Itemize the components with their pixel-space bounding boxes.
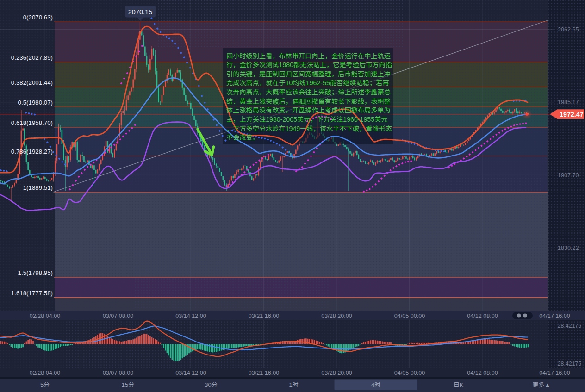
svg-text:04/17 16:00: 04/17 16:00 bbox=[539, 370, 570, 376]
svg-text:1时: 1时 bbox=[289, 381, 298, 388]
svg-text:04/05 00:00: 04/05 00:00 bbox=[394, 370, 425, 376]
svg-text:0.382(2001.44): 0.382(2001.44) bbox=[11, 79, 53, 86]
svg-text:1(1889.51): 1(1889.51) bbox=[23, 184, 53, 191]
svg-text:0.786(1928.27): 0.786(1928.27) bbox=[11, 148, 53, 155]
svg-text:04/12 08:00: 04/12 08:00 bbox=[467, 370, 498, 376]
svg-text:03/28 20:00: 03/28 20:00 bbox=[321, 370, 352, 376]
svg-text:02/28 04:00: 02/28 04:00 bbox=[30, 313, 61, 319]
svg-text:1830.22: 1830.22 bbox=[558, 245, 579, 251]
svg-text:，下方多空分水岭在1949一线，该水平不下破，看涨形态: ，下方多空分水岭在1949一线，该水平不下破，看涨形态 bbox=[226, 125, 392, 132]
svg-text:0.236(2027.89): 0.236(2027.89) bbox=[11, 54, 53, 61]
svg-text:5分: 5分 bbox=[40, 381, 50, 388]
svg-text:1.618(1777.58): 1.618(1777.58) bbox=[11, 290, 53, 297]
svg-text:体上涨格局没有改变，开盘操作上考虑以回撤布局多单为: 体上涨格局没有改变，开盘操作上考虑以回撤布局多单为 bbox=[226, 106, 391, 114]
svg-text:1907.70: 1907.70 bbox=[558, 172, 579, 179]
svg-text:次奔向高点，大概率应该会往上突破；综上所述李鑫豪总: 次奔向高点，大概率应该会往上突破；综上所述李鑫豪总 bbox=[226, 88, 391, 96]
svg-text:行，金价多次测试1980都无法站上，它是考验后市方向指: 行，金价多次测试1980都无法站上，它是考验后市方向指 bbox=[226, 61, 392, 68]
svg-text:15分: 15分 bbox=[122, 381, 134, 388]
svg-text:更多▲: 更多▲ bbox=[533, 381, 551, 388]
svg-text:03/14 12:00: 03/14 12:00 bbox=[175, 370, 206, 376]
svg-text:不会改变。: 不会改变。 bbox=[226, 134, 259, 141]
svg-text:结：黄金上涨突破后，遇阻回撤留有较长下影线，表明整: 结：黄金上涨突破后，遇阻回撤留有较长下影线，表明整 bbox=[226, 98, 391, 105]
svg-text:03/28 20:00: 03/28 20:00 bbox=[321, 313, 352, 319]
svg-text:主，上方关注1980-2005美元，下方关注1960-195: 主，上方关注1980-2005美元，下方关注1960-1955美元 bbox=[226, 116, 388, 123]
svg-text:04/17 16:00: 04/17 16:00 bbox=[539, 313, 570, 319]
svg-text:04/05 00:00: 04/05 00:00 bbox=[394, 313, 425, 319]
svg-text:引的关键，是压制回归区间宽幅整理，后市能否加速上冲: 引的关键，是压制回归区间宽幅整理，后市能否加速上冲 bbox=[226, 70, 391, 78]
svg-text:0(2070.63): 0(2070.63) bbox=[23, 14, 53, 21]
svg-text:04/12 08:00: 04/12 08:00 bbox=[467, 313, 498, 319]
svg-text:03/21 16:00: 03/21 16:00 bbox=[249, 313, 280, 319]
svg-text:03/07 08:00: 03/07 08:00 bbox=[103, 313, 134, 319]
svg-text:03/21 16:00: 03/21 16:00 bbox=[249, 370, 280, 376]
svg-text:02/28 04:00: 02/28 04:00 bbox=[30, 370, 61, 376]
svg-text:28.42175: 28.42175 bbox=[558, 323, 581, 329]
svg-text:03/14 12:00: 03/14 12:00 bbox=[175, 313, 206, 319]
svg-text:1985.17: 1985.17 bbox=[558, 99, 579, 106]
svg-text:完成次高点，就在于10均线1962-55能否继续站稳；若再: 完成次高点，就在于10均线1962-55能否继续站稳；若再 bbox=[226, 79, 389, 87]
svg-text:0.618(1958.70): 0.618(1958.70) bbox=[11, 119, 53, 126]
svg-text:30分: 30分 bbox=[205, 381, 217, 388]
svg-text:2070.15: 2070.15 bbox=[128, 8, 152, 16]
svg-text:1.5(1798.95): 1.5(1798.95) bbox=[18, 269, 53, 276]
svg-text:1972.47: 1972.47 bbox=[560, 111, 584, 118]
svg-text:4时: 4时 bbox=[371, 381, 380, 388]
svg-text:2062.65: 2062.65 bbox=[558, 26, 579, 33]
svg-text:0.5(1980.07): 0.5(1980.07) bbox=[18, 99, 53, 106]
svg-text:日K: 日K bbox=[454, 381, 464, 388]
svg-text:03/07 08:00: 03/07 08:00 bbox=[103, 370, 134, 376]
svg-text:-28.42175: -28.42175 bbox=[556, 361, 582, 367]
svg-text:四小时级别上看，布林带开口向上，金价运行在中上轨运: 四小时级别上看，布林带开口向上，金价运行在中上轨运 bbox=[226, 52, 391, 60]
